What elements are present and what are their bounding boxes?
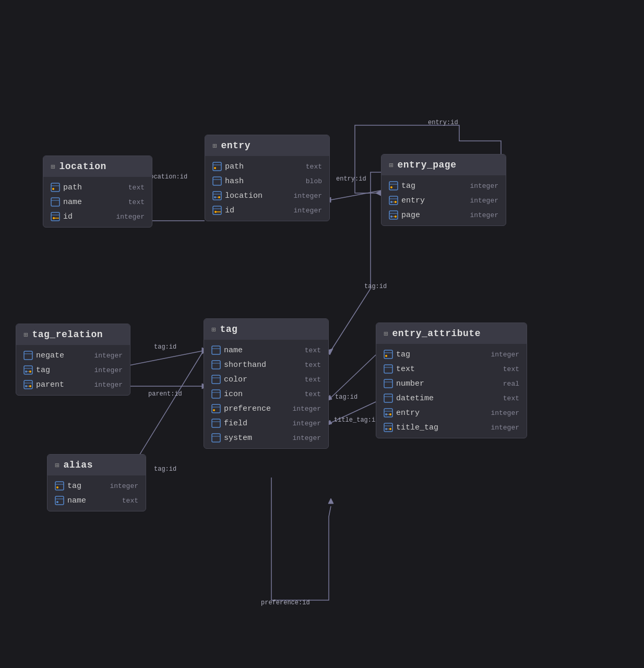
table-tag-relation: ⊞ tag_relation negate integer tag intege… bbox=[16, 324, 130, 396]
field-icon-location-id bbox=[51, 212, 60, 221]
svg-point-38 bbox=[214, 211, 217, 213]
svg-rect-67 bbox=[212, 361, 220, 369]
table-tag-relation-body: negate integer tag integer parent intege… bbox=[16, 345, 130, 395]
table-row: color text bbox=[204, 372, 328, 387]
field-icon-ea-tag bbox=[384, 350, 393, 359]
field-icon-entry-id bbox=[212, 206, 222, 215]
field-name-tag-field: field bbox=[224, 419, 285, 428]
svg-rect-99 bbox=[55, 482, 64, 490]
svg-point-50 bbox=[390, 216, 392, 218]
field-type-tag-icon: text bbox=[305, 390, 321, 398]
field-name-entry-location: location bbox=[225, 192, 286, 200]
field-type-ea-title-tag: integer bbox=[491, 424, 519, 432]
svg-marker-2 bbox=[376, 190, 381, 196]
table-alias-header: ⊞ alias bbox=[47, 455, 146, 475]
field-type-alias-tag: integer bbox=[110, 482, 138, 490]
table-row: path text bbox=[205, 159, 329, 174]
table-row: field integer bbox=[204, 416, 328, 431]
field-name-ea-datetime: datetime bbox=[396, 394, 496, 403]
field-type-tag-field: integer bbox=[292, 420, 321, 427]
svg-rect-102 bbox=[55, 496, 64, 505]
svg-rect-17 bbox=[51, 183, 59, 192]
field-icon-tag-preference bbox=[211, 404, 221, 413]
table-row: title_tag integer bbox=[376, 420, 527, 435]
svg-line-10 bbox=[331, 355, 376, 398]
relation-label-parent-id: parent:id bbox=[148, 390, 182, 398]
table-entry-page-name: entry_page bbox=[397, 160, 456, 170]
table-alias-grid-icon: ⊞ bbox=[55, 461, 59, 470]
svg-line-3 bbox=[331, 190, 381, 200]
field-type-location-name: text bbox=[128, 198, 145, 206]
svg-point-101 bbox=[56, 486, 58, 488]
field-icon-tag-color bbox=[211, 375, 221, 384]
table-row: name text bbox=[204, 343, 328, 357]
table-alias: ⊞ alias tag integer name text bbox=[47, 454, 146, 511]
field-icon-location-path bbox=[51, 183, 60, 192]
svg-point-57 bbox=[25, 371, 27, 373]
table-row: id integer bbox=[205, 203, 329, 218]
field-type-tag-preference: integer bbox=[292, 405, 321, 413]
svg-rect-31 bbox=[213, 192, 221, 200]
field-type-ep-page: integer bbox=[470, 211, 498, 219]
table-entry-page-header: ⊞ entry_page bbox=[381, 154, 506, 175]
field-name-ep-entry: entry bbox=[401, 196, 462, 205]
field-type-tr-tag: integer bbox=[94, 366, 123, 374]
table-row: entry integer bbox=[376, 405, 527, 420]
field-name-ep-page: page bbox=[401, 211, 462, 220]
field-icon-entry-location bbox=[212, 191, 222, 200]
table-row: text text bbox=[376, 362, 527, 376]
field-icon-entry-hash bbox=[212, 176, 222, 186]
table-entry-attribute-grid-icon: ⊞ bbox=[384, 329, 388, 338]
field-icon-tr-negate bbox=[23, 351, 33, 360]
table-row: id integer bbox=[43, 209, 152, 224]
table-row: preference integer bbox=[204, 401, 328, 416]
field-name-tag-name: name bbox=[224, 346, 297, 355]
table-tag-body: name text shorthand text color text icon… bbox=[204, 340, 328, 448]
table-row: negate integer bbox=[16, 348, 130, 363]
field-type-entry-path: text bbox=[306, 163, 322, 171]
table-entry-grid-icon: ⊞ bbox=[212, 141, 217, 150]
svg-rect-48 bbox=[389, 211, 398, 219]
svg-rect-69 bbox=[212, 375, 220, 384]
field-type-tr-negate: integer bbox=[94, 352, 123, 360]
field-name-entry-id: id bbox=[225, 206, 286, 215]
table-entry-page: ⊞ entry_page tag integer entry integer p… bbox=[381, 154, 506, 226]
field-type-tag-name: text bbox=[305, 347, 321, 354]
table-location: ⊞ location path text name text id intege… bbox=[43, 156, 152, 228]
table-tag-relation-name: tag_relation bbox=[32, 329, 103, 340]
field-name-ea-text: text bbox=[396, 365, 496, 374]
svg-point-82 bbox=[385, 355, 387, 357]
field-type-alias-name: text bbox=[122, 497, 138, 505]
field-icon-alias-tag bbox=[55, 481, 64, 491]
svg-rect-65 bbox=[212, 346, 220, 354]
table-row: page integer bbox=[381, 208, 506, 222]
field-icon-ea-number bbox=[384, 379, 393, 388]
field-type-ep-entry: integer bbox=[470, 197, 498, 205]
field-name-alias-tag: tag bbox=[67, 482, 102, 491]
field-name-tag-shorthand: shorthand bbox=[224, 361, 297, 369]
svg-rect-89 bbox=[384, 409, 392, 417]
svg-rect-26 bbox=[213, 162, 221, 171]
svg-point-91 bbox=[385, 413, 387, 415]
svg-rect-53 bbox=[24, 351, 32, 360]
table-entry-page-grid-icon: ⊞ bbox=[389, 161, 393, 170]
field-icon-ep-entry bbox=[389, 196, 398, 205]
field-type-tag-color: text bbox=[305, 376, 321, 384]
svg-point-46 bbox=[395, 201, 397, 203]
field-name-tag-color: color bbox=[224, 375, 297, 384]
table-row: tag integer bbox=[381, 178, 506, 193]
field-icon-tag-icon bbox=[211, 389, 221, 399]
field-type-entry-location: integer bbox=[293, 192, 322, 200]
svg-rect-73 bbox=[212, 404, 220, 413]
field-name-ea-tag: tag bbox=[396, 350, 483, 359]
field-icon-alias-name bbox=[55, 496, 64, 505]
field-type-tr-parent: integer bbox=[94, 381, 123, 389]
table-tag-header: ⊞ tag bbox=[204, 319, 328, 340]
field-name-entry-hash: hash bbox=[225, 177, 299, 186]
svg-rect-76 bbox=[212, 419, 220, 427]
field-icon-tr-parent bbox=[23, 380, 33, 389]
relation-label-tag-id-alias: tag:id bbox=[154, 466, 176, 473]
field-icon-location-name bbox=[51, 197, 60, 207]
field-icon-tag-field bbox=[211, 419, 221, 428]
svg-point-19 bbox=[52, 188, 54, 190]
